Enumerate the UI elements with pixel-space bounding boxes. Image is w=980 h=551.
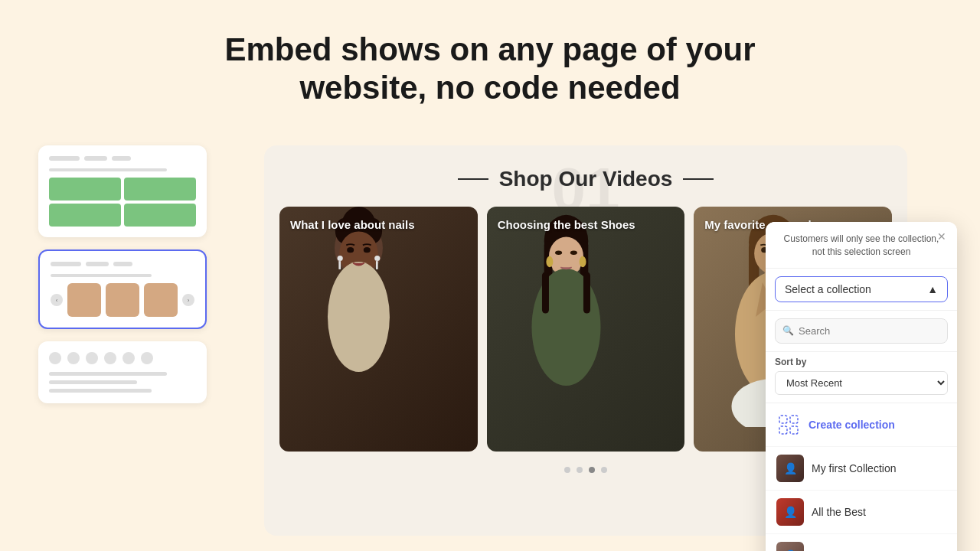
- video-label-1: What I love about nails: [290, 217, 415, 233]
- video-label-2: Choosing the best Shoes: [498, 217, 635, 233]
- svg-point-22: [555, 251, 562, 255]
- svg-rect-20: [542, 272, 549, 314]
- carousel-next-arrow[interactable]: ›: [182, 294, 194, 306]
- collection-item-0[interactable]: 👤 My first Collection: [766, 447, 957, 491]
- search-row: 🔍: [766, 311, 957, 352]
- create-collection-icon: [776, 412, 801, 437]
- carousel-item: [144, 283, 178, 317]
- thumb-dot: [49, 352, 61, 364]
- title-dash-left: [458, 178, 488, 180]
- thumb-subline: [51, 274, 152, 277]
- carousel-prev-arrow[interactable]: ‹: [51, 294, 63, 306]
- search-input[interactable]: [775, 318, 948, 344]
- thumb-carousel: ‹ ›: [51, 283, 194, 317]
- dot-3[interactable]: [589, 467, 595, 473]
- thumb-dot: [67, 352, 80, 364]
- sort-label: Sort by: [775, 357, 948, 367]
- svg-rect-41: [790, 426, 798, 434]
- search-icon: 🔍: [782, 325, 794, 336]
- collection-thumb-img-0: 👤: [776, 455, 804, 482]
- thumb-line: [84, 156, 107, 161]
- svg-rect-40: [779, 426, 787, 434]
- thumb-cell: [49, 204, 121, 227]
- collection-thumb-img-1: 👤: [776, 498, 804, 526]
- search-wrap: 🔍: [775, 318, 948, 344]
- select-placeholder: Select a collection: [785, 283, 871, 295]
- video-card-2[interactable]: Choosing the best Shoes: [487, 207, 685, 452]
- thumb-grid: [49, 178, 196, 227]
- dot-4[interactable]: [601, 467, 607, 473]
- collection-thumb-1: 👤: [776, 498, 804, 526]
- svg-point-7: [338, 256, 343, 261]
- thumb-cell: [124, 204, 196, 227]
- svg-point-11: [347, 247, 354, 253]
- svg-point-25: [579, 256, 586, 267]
- collection-thumb-0: 👤: [776, 455, 804, 482]
- svg-point-23: [570, 251, 577, 255]
- collection-thumb-2: 👤: [776, 542, 804, 551]
- thumb-cell: [124, 178, 196, 201]
- svg-point-6: [328, 262, 390, 372]
- thumb-cell: [49, 178, 121, 201]
- create-collection-item[interactable]: Create collection: [766, 403, 957, 447]
- svg-rect-8: [338, 261, 341, 269]
- thumb-card-grid[interactable]: [38, 145, 207, 237]
- collection-list: Create collection 👤 My first Collection …: [766, 403, 957, 551]
- svg-point-12: [364, 247, 371, 253]
- thumb-subline: [49, 168, 167, 171]
- thumb-line: [113, 262, 132, 266]
- svg-rect-39: [790, 416, 798, 423]
- thumb-line: [112, 156, 131, 161]
- collection-name-1: All the Best: [812, 506, 866, 518]
- select-collection-row: Select a collection ▲: [766, 269, 957, 311]
- collection-name-0: My first Collection: [812, 462, 896, 474]
- collection-item-2[interactable]: 👤 Tomorrow and Ever: [766, 534, 957, 551]
- thumb-header-1: [49, 156, 196, 161]
- carousel-item: [67, 283, 101, 317]
- dot-2[interactable]: [577, 467, 583, 473]
- video-card-1[interactable]: What I love about nails: [279, 207, 478, 452]
- thumb-dot: [141, 352, 153, 364]
- thumb-dot: [104, 352, 116, 364]
- left-sidebar: ‹ ›: [38, 145, 207, 403]
- chevron-up-icon: ▲: [927, 283, 938, 295]
- thumb-dot: [122, 352, 135, 364]
- sort-select[interactable]: Most Recent: [775, 371, 948, 395]
- thumb-dots-row: [49, 352, 196, 364]
- hero-title-line2: website, no code needed: [299, 70, 680, 106]
- svg-rect-38: [779, 416, 787, 423]
- collection-dropdown-panel: Customers will only see the collection, …: [766, 222, 957, 551]
- sort-row: Sort by Most Recent: [766, 352, 957, 403]
- video-person-svg-1: [279, 207, 438, 427]
- thumb-card-carousel[interactable]: ‹ ›: [38, 249, 207, 329]
- thumb-line: [49, 372, 167, 376]
- thumb-card-dots[interactable]: [38, 341, 207, 403]
- title-dash-right: [683, 178, 714, 180]
- carousel-item: [106, 283, 139, 317]
- select-collection-box[interactable]: Select a collection ▲: [775, 276, 948, 302]
- tooltip-text: Customers will only see the collection, …: [784, 233, 939, 257]
- tooltip-close-button[interactable]: ✕: [934, 230, 949, 245]
- thumb-header-2: [51, 262, 194, 266]
- thumb-line: [49, 380, 137, 384]
- thumb-line: [49, 389, 152, 393]
- collection-item-1[interactable]: 👤 All the Best: [766, 491, 957, 534]
- svg-point-9: [374, 256, 380, 261]
- svg-point-24: [546, 256, 553, 267]
- create-collection-label: Create collection: [808, 419, 895, 431]
- hero-title: Embed shows on any page of your website,…: [0, 0, 980, 131]
- thumb-line: [49, 156, 80, 161]
- video-person-svg-2: [487, 207, 645, 427]
- svg-rect-10: [376, 261, 378, 269]
- thumb-dot: [86, 352, 98, 364]
- shop-section-title: 01 Shop Our Videos: [264, 145, 907, 207]
- hero-title-line1: Embed shows on any page of your: [224, 31, 755, 67]
- thumb-line: [51, 262, 81, 266]
- thumb-line: [86, 262, 109, 266]
- collection-thumb-img-2: 👤: [776, 542, 804, 551]
- svg-rect-21: [583, 272, 590, 314]
- dot-1[interactable]: [564, 467, 570, 473]
- dropdown-tooltip: Customers will only see the collection, …: [766, 222, 957, 269]
